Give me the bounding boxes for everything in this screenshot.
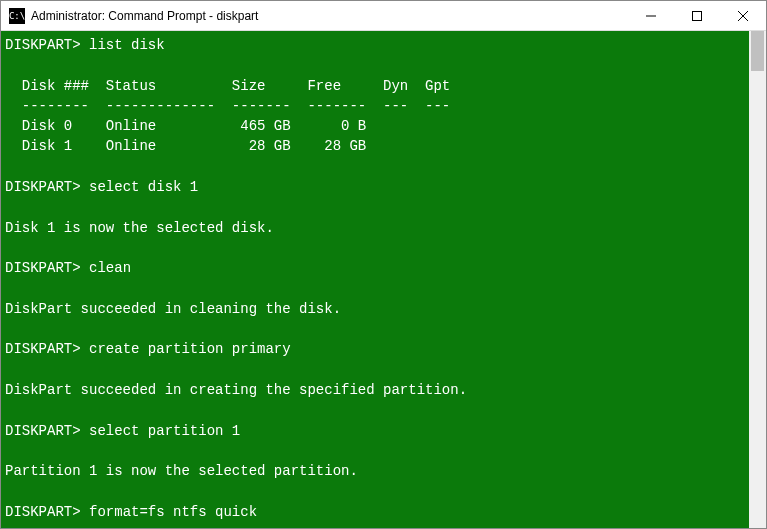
prompt: DISKPART> (5, 423, 81, 439)
command-text: format=fs ntfs quick (89, 504, 257, 520)
response-text: Disk 1 is now the selected disk. (5, 220, 274, 236)
response-text: DiskPart succeeded in creating the speci… (5, 382, 467, 398)
response-text: DiskPart succeeded in cleaning the disk. (5, 301, 341, 317)
prompt: DISKPART> (5, 260, 81, 276)
window-titlebar: C:\ Administrator: Command Prompt - disk… (1, 1, 766, 31)
table-divider: -------- ------------- ------- ------- -… (5, 98, 450, 114)
table-row: Disk 1 Online 28 GB 28 GB (5, 138, 366, 154)
command-text: select disk 1 (89, 179, 198, 195)
minimize-icon (646, 11, 656, 21)
table-row: Disk 0 Online 465 GB 0 B (5, 118, 366, 134)
prompt: DISKPART> (5, 37, 81, 53)
prompt: DISKPART> (5, 504, 81, 520)
command-text: list disk (89, 37, 165, 53)
command-text: select partition 1 (89, 423, 240, 439)
window-controls (628, 1, 766, 30)
window-title: Administrator: Command Prompt - diskpart (31, 9, 628, 23)
close-button[interactable] (720, 1, 766, 30)
command-text: clean (89, 260, 131, 276)
scrollbar-thumb[interactable] (751, 31, 764, 71)
terminal-output[interactable]: DISKPART> list disk Disk ### Status Size… (1, 31, 749, 528)
response-text: Partition 1 is now the selected partitio… (5, 463, 358, 479)
command-text: create partition primary (89, 341, 291, 357)
table-header: Disk ### Status Size Free Dyn Gpt (5, 78, 450, 94)
close-icon (738, 11, 748, 21)
maximize-button[interactable] (674, 1, 720, 30)
prompt: DISKPART> (5, 341, 81, 357)
vertical-scrollbar[interactable] (749, 31, 766, 528)
cmd-icon: C:\ (9, 8, 25, 24)
prompt: DISKPART> (5, 179, 81, 195)
svg-rect-1 (693, 11, 702, 20)
minimize-button[interactable] (628, 1, 674, 30)
maximize-icon (692, 11, 702, 21)
